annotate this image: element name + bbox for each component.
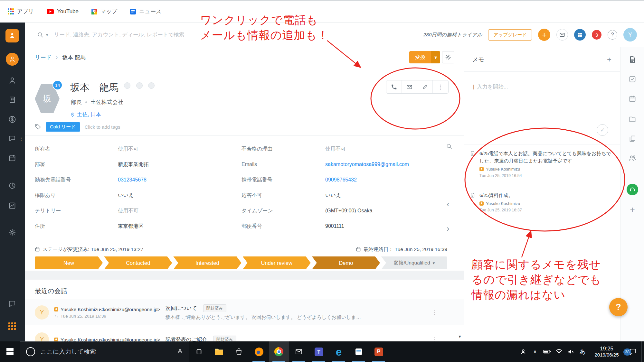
people-tray-button[interactable] [517,341,529,362]
mobile-link[interactable]: 09098765432 [325,177,446,183]
notes-app-button[interactable] [349,341,369,362]
sidebar-item-accounts[interactable] [8,96,16,104]
note-item[interactable]: 6/25資料作成。 Yusuke Koshimizu Tue Jun 25, 2… [470,191,612,212]
note-input-area[interactable]: | 入力を開始... ✓ [464,72,620,144]
lead-location-link[interactable]: 土佐, 日本 [70,111,101,118]
note-item[interactable]: 6/25電話で本人とお話。商品についてとても興味をお持ちでした。来週の月曜日にま… [470,150,612,178]
bookmark-news[interactable]: ニュース [130,8,161,15]
sidebar-item-reports[interactable] [8,182,16,190]
taskbar-search-placeholder[interactable]: ここに入力して検索 [40,348,96,356]
start-button[interactable] [0,341,20,362]
stage-new[interactable]: New [35,256,103,269]
field-value[interactable]: 東京都港区 [118,223,242,230]
hidden-icons-button[interactable]: ∧ [529,341,541,362]
call-button[interactable] [386,80,402,93]
zoho-apps-button[interactable] [574,29,586,41]
strip-tasks-tab[interactable] [629,75,636,83]
more-actions-button[interactable]: ⋮ [433,80,448,93]
crm-logo[interactable] [5,29,19,42]
powerpoint-button[interactable]: P [369,341,389,362]
field-value[interactable]: 使用不可 [118,146,242,153]
details-search-button[interactable] [446,143,452,150]
conversation-drag-handle-icon[interactable]: ⋮ [432,336,438,342]
strip-copy-tab[interactable] [629,135,636,143]
action-center-button[interactable]: 38 [625,341,641,362]
stage-interested[interactable]: Interested [173,256,241,269]
breadcrumb-leads-link[interactable]: リード [35,54,52,61]
stage-demo-active[interactable]: Demo [312,256,380,269]
panel-expand-right-icon[interactable]: › [447,224,450,234]
save-note-button[interactable]: ✓ [597,124,608,136]
sidebar-item-chat-support[interactable] [8,300,16,308]
edit-button[interactable] [417,80,433,93]
help-button[interactable]: ? [608,30,617,40]
field-value[interactable]: 新規事業開拓 [118,161,242,168]
sidebar-item-settings[interactable] [8,228,16,236]
field-value[interactable]: (GMT+09:00) Osaka [325,208,446,214]
conversation-subject[interactable]: 記者発表のご紹介 [166,336,207,342]
bookmark-youtube[interactable]: YouTube [47,8,79,15]
sidebar-item-contacts[interactable] [8,76,16,85]
send-email-button[interactable] [402,80,417,93]
upgrade-button[interactable]: アップグレード [488,29,532,41]
search-caret-icon[interactable]: ▾ [46,32,48,37]
show-desktop-button[interactable] [641,341,644,362]
user-avatar[interactable]: Y [623,28,637,42]
microphone-icon[interactable] [177,349,183,355]
scroll-down-icon[interactable]: ▼ [458,334,462,339]
strip-contacts-tab[interactable] [628,154,637,162]
strip-attachments-tab[interactable] [629,115,636,123]
wifi-icon[interactable] [553,341,565,362]
panel-collapse-left-icon[interactable]: ‹ [447,199,450,209]
lead-name-action-icon-1[interactable] [124,82,130,89]
help-fab-button[interactable]: ? [609,298,628,316]
sidebar-item-analytics[interactable] [8,202,16,209]
field-value[interactable]: 9001111 [325,223,446,229]
battery-icon[interactable] [541,341,553,362]
convert-button[interactable]: 変換 [409,51,431,63]
bookmark-apps[interactable]: アプリ [8,8,34,15]
conversation-drag-handle-icon[interactable]: ⋮ [432,309,438,316]
strip-salesiq-button[interactable] [627,184,638,195]
bookmark-maps[interactable]: マップ [91,8,117,15]
field-value[interactable]: 使用不可 [118,208,242,214]
mail-button[interactable] [556,29,568,41]
volume-muted-icon[interactable] [565,341,577,362]
stage-convert-unqualified[interactable]: 変換/Unqualified ▾ [381,256,447,269]
conversation-row[interactable]: Y Yusuke Koshimizu<koshimizu@orangeone.j… [25,300,464,325]
strip-add-widget-button[interactable]: + [630,205,635,215]
add-note-button[interactable]: + [607,55,611,64]
store-button[interactable] [229,341,249,362]
ime-indicator[interactable]: あ [577,341,589,362]
global-search[interactable]: ▾ リード, 連絡先, アカウント, ディール, レポートで検索 [37,31,185,38]
mail-app-button[interactable] [289,341,309,362]
chrome-button[interactable] [269,341,289,362]
sidebar-item-feeds[interactable] [8,135,16,143]
add-tags-placeholder[interactable]: Click to add tags [85,124,120,130]
stage-contacted[interactable]: Contacted [104,256,172,269]
stage-under-review[interactable]: Under review [243,256,311,269]
strip-notes-tab[interactable] [629,56,636,63]
record-settings-button[interactable] [442,51,454,63]
notification-badge[interactable]: 3 [592,30,601,40]
sidebar-item-deals[interactable] [8,115,16,124]
convert-caret-icon[interactable]: ▾ [431,51,440,63]
lead-name-action-icon-3[interactable] [148,82,155,89]
email-link[interactable]: sakamotoryomatosa999@gmail.com [325,162,446,167]
conversation-row[interactable]: Y Yusuke Koshimizu<koshimizu@orangeone.j… [25,327,464,341]
field-value[interactable]: いいえ [325,192,446,199]
sidebar-item-apps-grid[interactable] [8,322,16,330]
lead-name-action-icon-2[interactable] [136,82,143,89]
teams-button[interactable]: T [309,341,329,362]
edge-button[interactable]: e [329,341,349,362]
conversation-subject[interactable]: 次回について [166,305,197,312]
field-value[interactable]: 使用不可 [325,146,446,153]
sidebar-item-leads-active[interactable] [6,53,19,66]
convert-split-button[interactable]: 変換 ▾ [409,51,440,63]
sidebar-item-activities[interactable] [8,154,16,162]
quick-create-button[interactable]: + [538,29,550,41]
global-search-placeholder[interactable]: リード, 連絡先, アカウント, ディール, レポートで検索 [54,31,185,38]
taskbar-search-box[interactable]: ここに入力して検索 [20,341,189,362]
task-view-button[interactable] [189,341,209,362]
lead-score-badge[interactable]: 14 [52,80,62,90]
